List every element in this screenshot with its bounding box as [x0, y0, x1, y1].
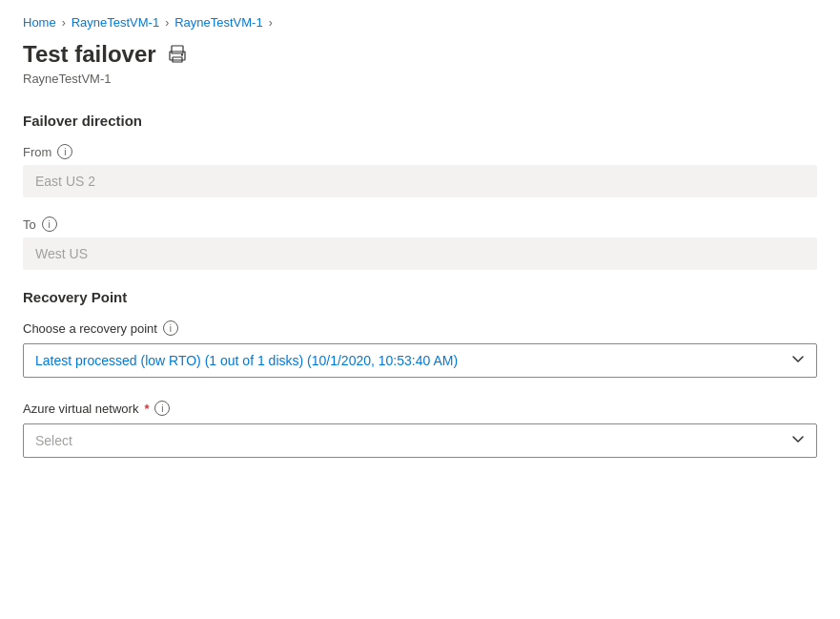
azure-network-dropdown[interactable]: Select [23, 423, 817, 458]
azure-network-required: * [144, 402, 149, 416]
from-label-text: From [23, 145, 51, 159]
breadcrumb-sep-3: › [269, 16, 273, 30]
azure-network-placeholder: Select [35, 433, 72, 448]
to-value: West US [23, 237, 817, 270]
azure-network-label-text: Azure virtual network [23, 402, 138, 416]
from-field-group: From i East US 2 [23, 144, 817, 197]
breadcrumb-vm2[interactable]: RayneTestVM-1 [174, 15, 262, 30]
from-label: From i [23, 144, 817, 159]
azure-network-section: Azure virtual network * i Select [23, 401, 817, 458]
to-label: To i [23, 217, 817, 232]
svg-rect-0 [172, 46, 183, 53]
recovery-point-section: Recovery Point Choose a recovery point i… [23, 289, 817, 378]
breadcrumb-sep-2: › [165, 16, 169, 30]
svg-rect-3 [181, 54, 183, 56]
page-title: Test failover [23, 41, 156, 68]
from-value: East US 2 [23, 165, 817, 197]
recovery-point-value: Latest processed (low RTO) (1 out of 1 d… [35, 353, 458, 368]
from-info-icon[interactable]: i [57, 144, 72, 159]
breadcrumb-home[interactable]: Home [23, 15, 56, 30]
breadcrumb-vm1[interactable]: RayneTestVM-1 [72, 15, 159, 30]
recovery-info-icon[interactable]: i [163, 320, 178, 336]
to-field-group: To i West US [23, 217, 817, 270]
to-label-text: To [23, 217, 36, 232]
failover-direction-section: Failover direction From i East US 2 To i… [23, 113, 817, 270]
recovery-point-dropdown[interactable]: Latest processed (low RTO) (1 out of 1 d… [23, 343, 817, 378]
azure-network-info-icon[interactable]: i [154, 401, 170, 416]
to-info-icon[interactable]: i [42, 217, 57, 232]
recovery-point-title: Recovery Point [23, 289, 817, 305]
failover-direction-title: Failover direction [23, 113, 817, 129]
azure-network-label-group: Azure virtual network * i [23, 401, 817, 416]
page-header: Test failover [23, 41, 817, 68]
print-icon[interactable] [168, 45, 187, 64]
breadcrumb-sep-1: › [62, 16, 66, 30]
azure-network-dropdown-wrapper[interactable]: Select [23, 423, 817, 458]
choose-recovery-label: Choose a recovery point i [23, 320, 817, 336]
choose-recovery-label-text: Choose a recovery point [23, 321, 157, 336]
page-subtitle: RayneTestVM-1 [23, 72, 817, 86]
breadcrumb: Home › RayneTestVM-1 › RayneTestVM-1 › [23, 15, 817, 30]
recovery-point-dropdown-wrapper[interactable]: Latest processed (low RTO) (1 out of 1 d… [23, 343, 817, 378]
